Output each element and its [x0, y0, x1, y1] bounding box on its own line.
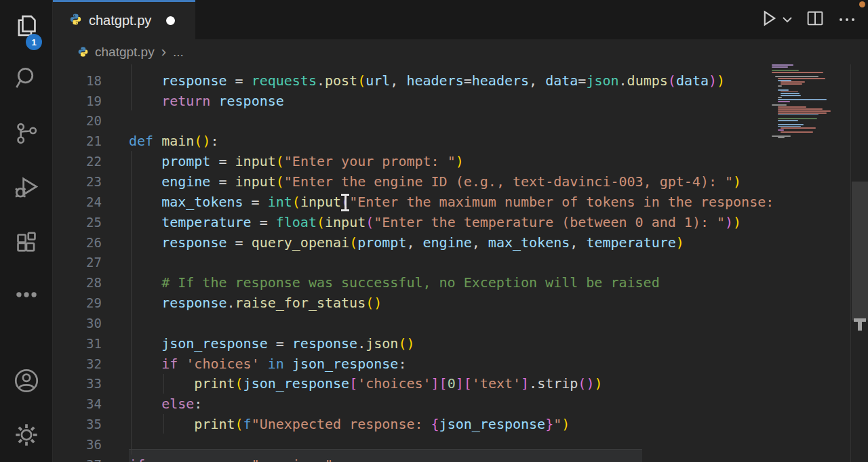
- code-line[interactable]: 30: [53, 313, 773, 333]
- extensions-button[interactable]: [0, 224, 53, 265]
- minimap-row: [778, 112, 827, 114]
- line-number: 28: [53, 275, 102, 290]
- tab-bar: chatgpt.py: [53, 0, 868, 39]
- minimap-row: [778, 118, 817, 119]
- code-editor[interactable]: 18 response = requests.post(url, headers…: [53, 64, 868, 462]
- line-number: 19: [53, 93, 102, 108]
- scrollbar-t-marker: [854, 318, 866, 331]
- minimap-row: [778, 78, 825, 79]
- text-cursor-icon: [341, 194, 349, 211]
- minimap-row: [778, 99, 827, 100]
- source-control-icon: [14, 121, 39, 149]
- run-button[interactable]: [762, 10, 792, 29]
- code-line[interactable]: 21def main():: [53, 131, 773, 151]
- tab-chatgpt-py[interactable]: chatgpt.py: [53, 0, 195, 39]
- minimap[interactable]: [772, 64, 837, 462]
- minimap-row: [781, 91, 798, 93]
- code-line[interactable]: 24 max_tokens = int(input("Enter the max…: [53, 192, 773, 212]
- minimap-row: [778, 80, 791, 81]
- split-editor-button[interactable]: [807, 11, 823, 28]
- code-text: return response: [102, 93, 284, 109]
- breadcrumb-file[interactable]: chatgpt.py: [95, 45, 155, 60]
- minimap-row: [772, 66, 788, 68]
- code-text: prompt = input("Enter your prompt: "): [102, 153, 464, 169]
- more-actions-button[interactable]: [838, 14, 856, 26]
- settings-button[interactable]: [0, 416, 53, 457]
- minimap-row: [778, 106, 806, 108]
- line-number: 18: [53, 73, 102, 88]
- record-dot-icon: [859, 1, 865, 7]
- code-line[interactable]: 32 if 'choices' in json_response:: [53, 354, 773, 374]
- line-number: 37: [53, 457, 102, 462]
- extensions-icon: [14, 231, 39, 258]
- line-number: 31: [53, 336, 102, 351]
- minimap-row: [778, 85, 782, 87]
- minimap-row: [781, 93, 800, 94]
- code-text: else:: [102, 396, 202, 412]
- search-button[interactable]: [0, 60, 53, 100]
- account-icon: [13, 367, 40, 397]
- code-text: max_tokens = int(input("Enter the maximu…: [102, 194, 773, 210]
- ellipsis-icon: [14, 282, 39, 310]
- line-number: 34: [53, 396, 102, 411]
- code-text: if 'choices' in json_response:: [102, 356, 406, 372]
- code-line[interactable]: 33 print(json_response['choices'][0]['te…: [53, 374, 773, 394]
- code-line[interactable]: 37if __name__ == "__main__":: [53, 455, 773, 462]
- additional-views-button[interactable]: [0, 276, 53, 316]
- code-line[interactable]: 22 prompt = input("Enter your prompt: "): [53, 151, 773, 171]
- code-line[interactable]: 20: [53, 111, 773, 131]
- code-text: def main():: [102, 133, 218, 149]
- minimap-row: [778, 129, 784, 131]
- gear-icon: [13, 421, 40, 451]
- minimap-row: [775, 76, 818, 77]
- code-line[interactable]: 36: [53, 434, 773, 455]
- search-icon: [14, 66, 39, 94]
- minimap-row: [772, 135, 791, 137]
- minimap-row: [778, 126, 801, 127]
- code-line[interactable]: [53, 64, 773, 70]
- minimap-row: [772, 64, 793, 66]
- minimap-row: [778, 108, 823, 110]
- minimap-row: [778, 110, 831, 112]
- python-icon: [77, 46, 89, 58]
- modified-dot-icon[interactable]: [166, 16, 175, 25]
- breadcrumb-symbol-more[interactable]: ...: [173, 45, 184, 60]
- editor-scrollbar[interactable]: [851, 64, 868, 462]
- minimap-row: [778, 97, 782, 98]
- python-icon: [69, 13, 82, 28]
- code-line[interactable]: 34 else:: [53, 394, 773, 414]
- source-control-button[interactable]: [0, 114, 53, 155]
- minimap-row: [778, 120, 798, 121]
- code-line[interactable]: 27: [53, 252, 773, 272]
- code-line[interactable]: 31 json_response = response.json(): [53, 333, 773, 354]
- line-number: 30: [53, 316, 102, 331]
- account-button[interactable]: [0, 362, 53, 402]
- minimap-row: [772, 72, 823, 73]
- code-line[interactable]: 26 response = query_openai(prompt, engin…: [53, 232, 773, 253]
- code-line[interactable]: 35 print(f"Unexpected response: {json_re…: [53, 414, 773, 434]
- code-line[interactable]: 18 response = requests.post(url, headers…: [53, 70, 773, 91]
- chevron-right-icon: ›: [161, 47, 166, 58]
- minimap-row: [781, 127, 816, 129]
- code-text: json_response = response.json(): [102, 335, 414, 352]
- code-text: if __name__ == "__main__":: [102, 457, 341, 462]
- code-line[interactable]: 28 # If the response was successful, no …: [53, 272, 773, 293]
- explorer-button[interactable]: 1: [0, 7, 53, 47]
- breadcrumb: chatgpt.py › ...: [53, 39, 868, 64]
- line-number: 33: [53, 376, 102, 391]
- code-line[interactable]: 23 engine = input("Enter the engine ID (…: [53, 171, 773, 192]
- scrollbar-thumb[interactable]: [852, 182, 868, 320]
- minimap-row: [772, 104, 787, 106]
- line-number: 32: [53, 356, 102, 371]
- line-number: 35: [53, 417, 102, 432]
- line-number: 25: [53, 215, 102, 230]
- run-debug-icon: [14, 175, 39, 203]
- minimap-row: [772, 70, 799, 71]
- code-line[interactable]: 19 return response: [53, 91, 773, 111]
- chevron-down-icon[interactable]: [783, 14, 792, 26]
- run-debug-button[interactable]: [0, 169, 53, 209]
- code-line[interactable]: 25 temperature = float(input("Enter the …: [53, 212, 773, 232]
- code-line[interactable]: 29 response.raise_for_status(): [53, 293, 773, 313]
- line-number: 21: [53, 133, 102, 148]
- code-text: print(json_response['choices'][0]['text'…: [102, 375, 602, 392]
